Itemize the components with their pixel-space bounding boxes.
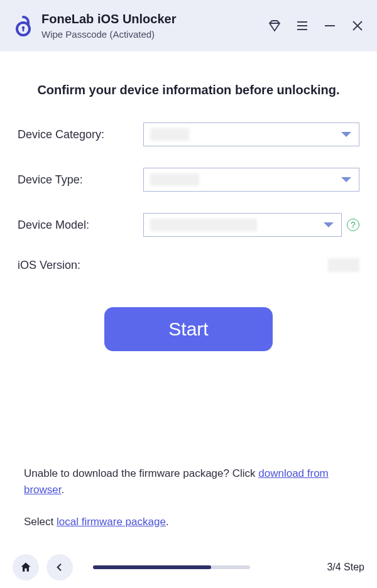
progress-fill <box>93 565 211 569</box>
label-device-category: Device Category: <box>18 128 143 141</box>
select-device-category[interactable] <box>143 122 359 146</box>
svg-rect-2 <box>23 28 25 31</box>
select-value-blur <box>150 128 189 141</box>
help-icon[interactable]: ? <box>347 219 359 231</box>
app-lock-icon <box>11 14 35 38</box>
row-device-category: Device Category: <box>18 122 359 146</box>
row-ios-version: iOS Version: <box>18 258 359 272</box>
bottom-prefix1: Unable to download the firmware package?… <box>24 467 258 479</box>
close-icon[interactable] <box>349 18 366 34</box>
minimize-icon[interactable] <box>322 18 338 34</box>
chevron-down-icon <box>324 222 334 227</box>
chevron-down-icon <box>341 132 351 137</box>
diamond-icon[interactable] <box>266 18 283 34</box>
row-device-model: Device Model: ? <box>18 213 359 237</box>
select-device-model[interactable] <box>143 213 342 237</box>
select-device-type[interactable] <box>143 168 359 192</box>
home-button[interactable] <box>13 554 39 580</box>
titlebar-left: FoneLab iOS Unlocker Wipe Passcode (Acti… <box>11 12 176 40</box>
app-title: FoneLab iOS Unlocker <box>41 12 176 26</box>
menu-icon[interactable] <box>294 18 310 34</box>
local-firmware-package-link[interactable]: local firmware package <box>57 516 166 528</box>
bottom-suffix2: . <box>166 516 169 528</box>
back-button[interactable] <box>46 554 73 580</box>
select-value-blur <box>150 173 199 186</box>
progress-bar <box>93 565 250 569</box>
page-heading: Confirm your device information before u… <box>18 83 359 97</box>
start-button[interactable]: Start <box>104 307 273 351</box>
footer: 3/4 Step <box>0 554 377 580</box>
bottom-prefix2: Select <box>24 516 57 528</box>
app-subtitle: Wipe Passcode (Activated) <box>41 29 176 40</box>
ios-version-value <box>328 258 359 272</box>
label-device-type: Device Type: <box>18 173 143 187</box>
label-device-model: Device Model: <box>18 219 143 232</box>
titlebar-controls <box>266 18 366 34</box>
bottom-text: Unable to download the firmware package?… <box>24 466 353 530</box>
chevron-down-icon <box>341 177 351 182</box>
main-content: Confirm your device information before u… <box>0 52 377 351</box>
titlebar: FoneLab iOS Unlocker Wipe Passcode (Acti… <box>0 0 377 52</box>
label-ios-version: iOS Version: <box>18 259 143 272</box>
step-label: 3/4 Step <box>327 562 364 573</box>
select-value-blur <box>150 219 257 231</box>
row-device-type: Device Type: <box>18 168 359 192</box>
bottom-suffix1: . <box>62 484 65 496</box>
